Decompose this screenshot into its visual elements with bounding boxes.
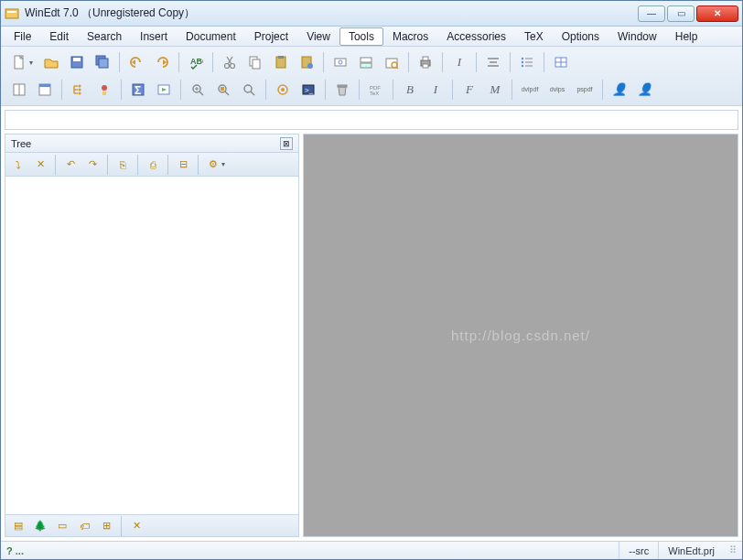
paste-special-button[interactable] bbox=[295, 51, 318, 73]
redo-button[interactable] bbox=[150, 51, 174, 73]
align-center-button[interactable] bbox=[481, 51, 505, 73]
person2-button[interactable]: 👤 bbox=[633, 79, 657, 101]
view-list-icon: ▤ bbox=[14, 520, 23, 532]
svg-point-45 bbox=[102, 85, 107, 91]
view-flat-button[interactable]: ▭ bbox=[52, 517, 72, 535]
person1-button[interactable]: 👤 bbox=[608, 79, 631, 101]
toolbar-row-2: ΣΣ>_PDFTeXBIFMdvipdfdvipspspdf👤👤 bbox=[3, 76, 740, 103]
list-button[interactable] bbox=[515, 51, 539, 73]
paste-node-button[interactable]: ⎙ bbox=[143, 156, 163, 174]
view-list-button[interactable]: ▤ bbox=[8, 517, 28, 535]
execute-button[interactable] bbox=[271, 79, 295, 101]
view-tree-button[interactable]: 🌲 bbox=[30, 517, 50, 535]
save-icon bbox=[70, 55, 84, 70]
font-m-button[interactable]: M bbox=[483, 79, 507, 101]
options-button[interactable]: ⚙ bbox=[203, 156, 223, 174]
document-tabstrip[interactable] bbox=[5, 110, 738, 130]
undo-button[interactable] bbox=[124, 51, 148, 73]
menu-help[interactable]: Help bbox=[666, 27, 707, 46]
svg-rect-18 bbox=[361, 58, 372, 62]
menu-project[interactable]: Project bbox=[245, 27, 297, 46]
open-button[interactable] bbox=[39, 51, 63, 73]
separator bbox=[121, 516, 122, 536]
ps-pdf-button[interactable]: pspdf bbox=[572, 79, 598, 101]
dropdown-arrow-icon[interactable]: ▾ bbox=[29, 59, 37, 67]
separator bbox=[198, 155, 199, 175]
zoom-fit-button[interactable] bbox=[211, 79, 235, 101]
svg-line-59 bbox=[251, 92, 254, 95]
svg-text:>_: >_ bbox=[305, 86, 314, 94]
italic-button[interactable]: I bbox=[447, 51, 471, 73]
console-button[interactable]: >_ bbox=[296, 79, 320, 101]
menu-document[interactable]: Document bbox=[177, 27, 245, 46]
copy-node-icon: ⎘ bbox=[120, 159, 126, 170]
minimize-button[interactable]: — bbox=[638, 5, 665, 22]
status-left[interactable]: ? ... bbox=[6, 545, 24, 556]
trash-button[interactable] bbox=[330, 79, 354, 101]
bold-button[interactable]: B bbox=[398, 79, 422, 101]
branch-right-button[interactable]: ↷ bbox=[82, 156, 102, 174]
maximize-button[interactable]: ▭ bbox=[667, 5, 695, 22]
editor-area[interactable]: http://blog.csdn.net/ bbox=[303, 134, 738, 537]
paste-button[interactable] bbox=[269, 51, 293, 73]
menu-search[interactable]: Search bbox=[78, 27, 131, 46]
close-button[interactable]: ✕ bbox=[696, 5, 738, 22]
menu-tools[interactable]: Tools bbox=[339, 27, 383, 46]
branch-left-button[interactable]: ↶ bbox=[60, 156, 81, 174]
menu-accessories[interactable]: Accessories bbox=[437, 27, 515, 46]
collapse-x-button[interactable]: ✕ bbox=[30, 156, 50, 174]
table-button[interactable] bbox=[549, 51, 573, 73]
zoom-page-button[interactable] bbox=[237, 79, 261, 101]
svg-text:ABC: ABC bbox=[190, 57, 203, 66]
replace-button[interactable] bbox=[354, 51, 378, 73]
run-macro-button[interactable] bbox=[152, 79, 176, 101]
menu-macros[interactable]: Macros bbox=[383, 27, 437, 46]
svg-point-58 bbox=[244, 85, 252, 92]
separator bbox=[55, 155, 56, 175]
menu-file[interactable]: File bbox=[5, 27, 40, 46]
menu-edit[interactable]: Edit bbox=[40, 27, 78, 46]
close-x-button[interactable]: ✕ bbox=[126, 517, 146, 535]
window-split-button[interactable] bbox=[7, 79, 31, 101]
copy-node-button[interactable]: ⎘ bbox=[113, 156, 133, 174]
status-project: WinEdt.prj bbox=[658, 542, 724, 559]
save-button[interactable] bbox=[65, 51, 89, 73]
menu-view[interactable]: View bbox=[297, 27, 339, 46]
pin-icon[interactable]: ⊠ bbox=[280, 137, 293, 150]
dropdown-arrow-icon[interactable]: ▾ bbox=[221, 160, 229, 168]
tree-body[interactable] bbox=[5, 177, 298, 514]
tree-config-button[interactable] bbox=[92, 79, 116, 101]
menu-window[interactable]: Window bbox=[608, 27, 666, 46]
italic2-button[interactable]: I bbox=[424, 79, 447, 101]
tree-sync-button[interactable] bbox=[67, 79, 91, 101]
pdf-tex-button[interactable]: PDFTeX bbox=[364, 79, 388, 101]
dvi-ps-button[interactable]: dvips bbox=[544, 79, 570, 101]
new-doc-button[interactable] bbox=[7, 51, 31, 73]
font-f-button[interactable]: F bbox=[458, 79, 481, 101]
zoom-in-button[interactable] bbox=[186, 79, 210, 101]
print-button[interactable] bbox=[414, 51, 437, 73]
window-new-button[interactable] bbox=[33, 79, 57, 101]
sigma-button[interactable]: ΣΣ bbox=[126, 79, 150, 101]
collapse-all-button[interactable]: ⊟ bbox=[173, 156, 193, 174]
find-button[interactable] bbox=[328, 51, 352, 73]
menu-insert[interactable]: Insert bbox=[131, 27, 177, 46]
dvi-pdf-button[interactable]: dvipdf bbox=[517, 79, 543, 101]
cut-button[interactable] bbox=[218, 51, 242, 73]
separator bbox=[180, 80, 181, 100]
save-all-button[interactable] bbox=[91, 51, 114, 73]
svg-text:TeX: TeX bbox=[370, 91, 379, 96]
view-mixed-button[interactable]: ⊞ bbox=[96, 517, 116, 535]
view-tags-button[interactable]: 🏷 bbox=[74, 517, 94, 535]
svg-line-22 bbox=[396, 67, 398, 69]
expand-button[interactable]: ⤵ bbox=[8, 156, 28, 174]
menu-options[interactable]: Options bbox=[553, 27, 608, 46]
copy-button[interactable] bbox=[243, 51, 267, 73]
spellcheck-button[interactable]: ABC bbox=[184, 51, 208, 73]
menu-tex[interactable]: TeX bbox=[515, 27, 553, 46]
svg-point-42 bbox=[79, 85, 81, 88]
resize-grip[interactable]: ⠿ bbox=[724, 544, 737, 556]
svg-point-44 bbox=[79, 92, 81, 95]
tree-footer: ▤🌲▭🏷⊞✕ bbox=[5, 514, 298, 536]
find-in-files-button[interactable] bbox=[380, 51, 404, 73]
